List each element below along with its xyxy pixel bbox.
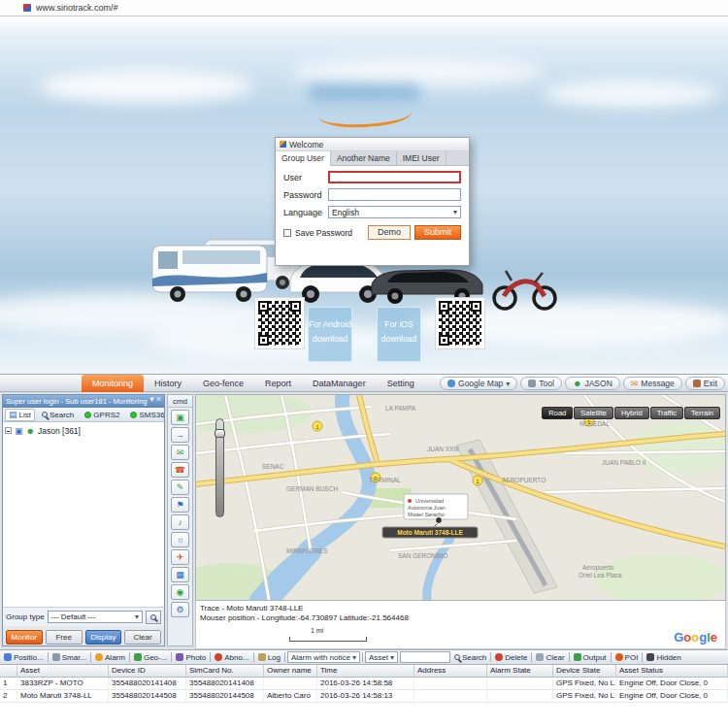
cmd-send-button[interactable]: → bbox=[171, 427, 189, 443]
cmd-plane-button[interactable]: ✈ bbox=[171, 549, 189, 565]
free-button[interactable]: Free bbox=[46, 630, 83, 645]
search-button[interactable]: Search bbox=[452, 653, 488, 662]
poi-button[interactable]: POI bbox=[613, 653, 641, 662]
bottom-tab-position[interactable]: Positio... bbox=[2, 653, 46, 662]
asset-filter-select[interactable]: Asset ▾ bbox=[365, 651, 398, 663]
monitor-button[interactable]: Monitor bbox=[6, 630, 43, 645]
cmd-screen-button[interactable]: ▣ bbox=[171, 410, 189, 425]
cmd-sun-button[interactable]: ☼ bbox=[171, 532, 189, 547]
cmd-edit-button[interactable]: ✎ bbox=[171, 480, 189, 495]
tab-group-user[interactable]: Group User bbox=[276, 151, 331, 166]
android-download-button[interactable]: For Android download bbox=[308, 307, 352, 362]
bottom-tab-alarm[interactable]: Alarm bbox=[93, 653, 127, 662]
cmd-phone-button[interactable]: ☎ bbox=[171, 462, 189, 478]
demo-button[interactable]: Demo bbox=[368, 225, 411, 240]
cmd-grid-button[interactable]: ▦ bbox=[171, 567, 189, 582]
cell-asset-status: Engine Off, Door Close, 0 bbox=[616, 690, 728, 702]
map-type-satellite[interactable]: Satellite bbox=[574, 407, 613, 419]
search-tab-label: Search bbox=[50, 411, 74, 419]
output-button[interactable]: Output bbox=[572, 653, 609, 662]
col-owner[interactable]: Owner name bbox=[264, 665, 317, 677]
map-label: Oriel Lea Plaza bbox=[579, 572, 622, 579]
tree-expander-icon[interactable] bbox=[5, 427, 12, 434]
delete-button[interactable]: Delete bbox=[493, 653, 529, 662]
col-address[interactable]: Address bbox=[414, 665, 487, 677]
hidden-button[interactable]: Hidden bbox=[645, 653, 682, 662]
group-type-select[interactable]: --- Default --- ▾ bbox=[48, 611, 143, 623]
col-device-state[interactable]: Device State bbox=[553, 665, 616, 677]
tool-icon bbox=[528, 380, 536, 387]
tab-datamanager[interactable]: DataManager bbox=[302, 375, 377, 392]
save-password-checkbox[interactable] bbox=[283, 229, 291, 237]
zoom-slider-handle[interactable] bbox=[215, 429, 225, 438]
bottom-tab-geofence[interactable]: Geo-... bbox=[132, 653, 169, 662]
bottom-tab-smart-label: Smar... bbox=[62, 653, 86, 662]
browser-address-bar[interactable]: www.sinotrack.com/# bbox=[0, 0, 728, 17]
map-label: JUAN PABLO II bbox=[602, 459, 646, 466]
tab-geo-fence[interactable]: Geo-fence bbox=[192, 375, 254, 392]
user-field[interactable] bbox=[328, 171, 461, 183]
bottom-tab-photo[interactable]: Photo bbox=[174, 653, 208, 662]
bottom-tab-abnormal[interactable]: Abno... bbox=[213, 653, 250, 662]
exit-label: Exit bbox=[704, 379, 717, 388]
sms-button[interactable]: SMS360 bbox=[126, 409, 165, 421]
bottom-tab-log[interactable]: Log bbox=[256, 653, 282, 662]
tab-report[interactable]: Report bbox=[254, 375, 302, 392]
user-label: JASON bbox=[584, 379, 612, 388]
bottom-tab-smart[interactable]: Smar... bbox=[50, 653, 88, 662]
list-tab-label: List bbox=[19, 411, 31, 419]
password-field[interactable] bbox=[328, 188, 461, 201]
cmd-target-button[interactable]: ◉ bbox=[171, 584, 189, 600]
zoom-slider[interactable] bbox=[215, 418, 224, 517]
tab-setting[interactable]: Setting bbox=[377, 375, 425, 392]
alarm-notice-select[interactable]: Alarm with notice ▾ bbox=[287, 651, 360, 663]
tool-button[interactable]: Tool bbox=[520, 377, 562, 390]
group-search-button[interactable] bbox=[146, 611, 161, 624]
display-button[interactable]: Display bbox=[85, 630, 122, 645]
col-asset[interactable]: Asset bbox=[17, 665, 109, 677]
user-button[interactable]: ☻ JASON bbox=[565, 377, 620, 390]
table-row[interactable]: 2 Moto Maruti 3748-LL 355488020144508 35… bbox=[0, 690, 728, 703]
map-provider-select[interactable]: Google Map ▾ bbox=[440, 377, 517, 390]
cell-device-state: GPS Fixed, No L... bbox=[553, 678, 616, 689]
map-canvas[interactable]: 1 1 1 1 LA PAMPA NOSEDAL SENAC JUAN XXII… bbox=[195, 394, 726, 601]
hidden-button-label: Hidden bbox=[656, 653, 680, 662]
cmd-gear-button[interactable]: ⚙ bbox=[171, 602, 189, 617]
language-select[interactable]: English ▾ bbox=[328, 206, 461, 218]
col-device-id[interactable]: Device ID bbox=[109, 665, 186, 677]
col-asset-status[interactable]: Asset Status bbox=[616, 665, 728, 677]
map-type-hybrid[interactable]: Hybrid bbox=[614, 407, 649, 419]
gprs-button[interactable]: GPRS2 bbox=[81, 409, 123, 421]
map-label: JUAN XXIII bbox=[427, 446, 459, 452]
message-button[interactable]: ✉ Message bbox=[623, 377, 682, 390]
cmd-audio-button[interactable]: ♪ bbox=[171, 514, 189, 530]
group-folder-icon: ▣ bbox=[15, 426, 23, 436]
exit-button[interactable]: Exit bbox=[685, 377, 725, 390]
list-tab[interactable]: ▤ List bbox=[5, 409, 35, 421]
cmd-mail-button[interactable]: ✉ bbox=[171, 445, 189, 460]
tab-imei-user[interactable]: IMEI User bbox=[397, 151, 447, 165]
ios-download-button[interactable]: For iOS download bbox=[377, 307, 421, 362]
tab-another-name[interactable]: Another Name bbox=[331, 151, 397, 165]
close-icon[interactable]: × bbox=[156, 395, 161, 408]
cell-device-state: GPS Fixed, No L... bbox=[553, 690, 616, 702]
search-tab[interactable]: Search bbox=[38, 409, 78, 421]
clear-button[interactable]: Clear bbox=[534, 653, 566, 662]
tab-monitoring[interactable]: Monitoring bbox=[82, 375, 144, 392]
delete-button-label: Delete bbox=[505, 653, 527, 662]
clear-button[interactable]: Clear bbox=[124, 630, 161, 645]
map-type-traffic[interactable]: Traffic bbox=[650, 407, 683, 419]
map-type-terrain[interactable]: Terrain bbox=[684, 407, 720, 419]
asset-search-input[interactable] bbox=[400, 651, 450, 663]
col-time[interactable]: Time bbox=[317, 665, 414, 677]
map-type-road[interactable]: Road bbox=[542, 407, 573, 419]
col-simcard[interactable]: SimCard No. bbox=[186, 665, 264, 677]
tab-history[interactable]: History bbox=[144, 375, 192, 392]
submit-button[interactable]: Submit bbox=[414, 225, 461, 240]
col-alarm-state[interactable]: Alarm State bbox=[487, 665, 553, 677]
screen-icon: ▣ bbox=[176, 413, 184, 422]
collapse-icon[interactable]: ▾ bbox=[149, 395, 154, 408]
table-row[interactable]: 1 3833RZP - MOTO 355488020141408 3554880… bbox=[0, 678, 728, 690]
tree-item-jason[interactable]: ▣ ☻ Jason [361] bbox=[5, 424, 162, 437]
cmd-flag-button[interactable]: ⚑ bbox=[171, 497, 189, 513]
